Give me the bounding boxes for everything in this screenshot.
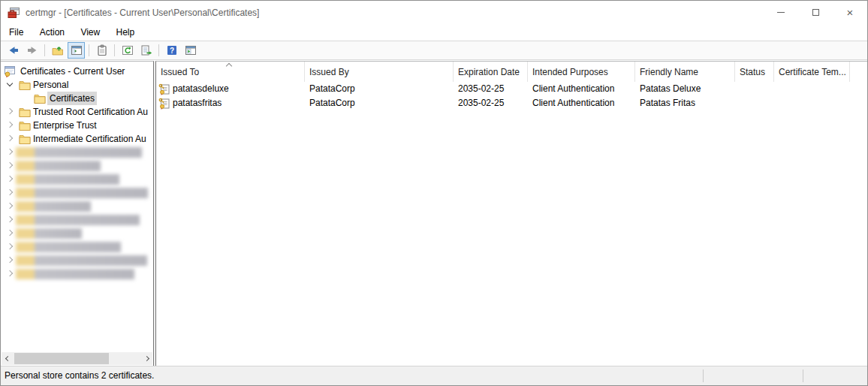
tree-item-label: Certificates [47, 92, 97, 105]
refresh-icon [122, 44, 134, 56]
redacted-label [16, 215, 140, 225]
certificate-row[interactable]: patatasdeluxePatataCorp2035-02-25Client … [156, 82, 867, 96]
tree-item-personal[interactable]: Personal [1, 78, 153, 92]
column-header-status[interactable]: Status [735, 62, 774, 82]
column-header-friendly-name[interactable]: Friendly Name [635, 62, 735, 82]
cert-store-icon [4, 65, 16, 77]
tree-item-redacted[interactable] [1, 254, 153, 267]
tree-item-certificates-current-user[interactable]: Certificates - Current User [1, 65, 153, 78]
sort-ascending-icon [226, 63, 232, 69]
chevron-right-icon[interactable] [7, 162, 13, 168]
tree-item-redacted[interactable] [1, 227, 153, 240]
clipboard-button[interactable] [93, 42, 110, 59]
chevron-right-icon[interactable] [7, 216, 13, 222]
tree-item-redacted[interactable] [1, 200, 153, 213]
cell-text: 2035-02-25 [458, 98, 504, 108]
chevron-right-icon[interactable] [7, 149, 13, 155]
chevron-right-icon[interactable] [7, 257, 13, 263]
back-button[interactable] [5, 42, 22, 59]
menu-help[interactable]: Help [110, 24, 142, 41]
tree-item-certificates[interactable]: Certificates [1, 92, 153, 105]
column-header-issued-to[interactable]: Issued To [156, 62, 305, 82]
list-cell [774, 96, 850, 110]
list-header: Issued To Issued By Expiration Date Inte… [156, 62, 867, 82]
chevron-right-icon[interactable] [7, 108, 13, 114]
tree-item-trusted-root-certification-au[interactable]: Trusted Root Certification Au [1, 105, 153, 119]
chevron-right-icon[interactable] [7, 122, 13, 128]
tree-item-redacted[interactable] [1, 159, 153, 173]
tree-horizontal-scrollbar[interactable] [2, 352, 152, 365]
tree-item-intermediate-certification-au[interactable]: Intermediate Certification Au [1, 132, 153, 146]
tree-item-redacted[interactable] [1, 173, 153, 186]
list-cell: patatasdeluxe [156, 82, 305, 96]
redacted-label [16, 228, 82, 239]
export-list-button[interactable] [137, 42, 155, 59]
chevron-right-icon[interactable] [7, 203, 13, 209]
minimize-button[interactable] [764, 1, 798, 24]
redacted-label [16, 174, 119, 185]
tree-item-redacted[interactable] [1, 186, 153, 200]
refresh-button[interactable] [119, 42, 136, 59]
list-cell: patatasfritas [156, 96, 305, 110]
show-hide-console-tree-button[interactable] [68, 42, 85, 59]
column-header-expiration-date[interactable]: Expiration Date [454, 62, 528, 82]
up-one-level-button[interactable] [49, 42, 66, 59]
console-tree-icon [71, 44, 83, 56]
maximize-button[interactable] [798, 1, 833, 24]
redacted-label [16, 147, 142, 158]
tree-item-redacted[interactable] [1, 146, 153, 159]
list-cell: Patatas Deluxe [635, 82, 735, 96]
scroll-right-button[interactable] [140, 352, 152, 365]
column-header-issued-by[interactable]: Issued By [305, 62, 454, 82]
redacted-label [16, 255, 147, 266]
folder-icon [19, 107, 31, 117]
content-area: Certificates - Current UserPersonalCerti… [1, 61, 867, 366]
tree-item-label: Trusted Root Certification Au [33, 105, 148, 119]
forward-button[interactable] [23, 42, 41, 59]
certificate-list-pane: Issued To Issued By Expiration Date Inte… [155, 61, 867, 366]
menu-action[interactable]: Action [33, 24, 71, 41]
chevron-right-icon[interactable] [7, 230, 13, 236]
redacted-label [16, 201, 91, 212]
show-hide-action-pane-button[interactable] [182, 42, 199, 59]
cell-text: patatasfritas [173, 96, 222, 110]
tree-item-redacted[interactable] [1, 267, 153, 281]
menu-view[interactable]: View [74, 24, 107, 41]
tree-item-redacted[interactable] [1, 240, 153, 254]
certificate-row[interactable]: patatasfritasPatataCorp2035-02-25Client … [156, 96, 867, 110]
tree-item-redacted[interactable] [1, 213, 153, 227]
menu-file[interactable]: File [2, 24, 30, 41]
export-list-icon [140, 44, 152, 56]
column-header-certificate-template[interactable]: Certificate Tem... [774, 62, 850, 82]
close-button[interactable]: × [833, 1, 867, 24]
chevron-right-icon[interactable] [7, 270, 13, 276]
back-icon [8, 44, 20, 56]
column-label: Status [740, 67, 765, 77]
maximize-icon [812, 9, 819, 16]
cell-text: 2035-02-25 [458, 83, 504, 94]
list-cell [774, 82, 850, 96]
cell-text: patatasdeluxe [173, 82, 229, 96]
console-tree-pane: Certificates - Current UserPersonalCerti… [1, 61, 154, 366]
folder-icon [34, 93, 46, 104]
column-label: Friendly Name [640, 67, 698, 77]
toolbar-separator [158, 44, 159, 56]
clipboard-icon [96, 44, 108, 56]
scroll-left-button[interactable] [2, 352, 14, 365]
tree-item-label: Intermediate Certification Au [33, 132, 146, 146]
chevron-right-icon[interactable] [7, 135, 13, 141]
scroll-track[interactable] [14, 352, 140, 365]
column-label: Expiration Date [458, 67, 520, 77]
column-header-intended-purposes[interactable]: Intended Purposes [528, 62, 635, 82]
folder-icon [19, 80, 31, 90]
chevron-right-icon[interactable] [7, 243, 13, 249]
tree-item-enterprise-trust[interactable]: Enterprise Trust [1, 119, 153, 132]
certificate-icon [158, 98, 170, 110]
scroll-thumb[interactable] [14, 353, 109, 364]
chevron-down-icon[interactable] [7, 80, 13, 86]
chevron-right-icon[interactable] [7, 189, 13, 195]
certmgr-window: certmgr - [Certificates - Current User\P… [0, 0, 868, 386]
window-controls: × [764, 1, 867, 24]
chevron-right-icon[interactable] [7, 176, 13, 182]
help-button[interactable]: ? [163, 42, 180, 59]
